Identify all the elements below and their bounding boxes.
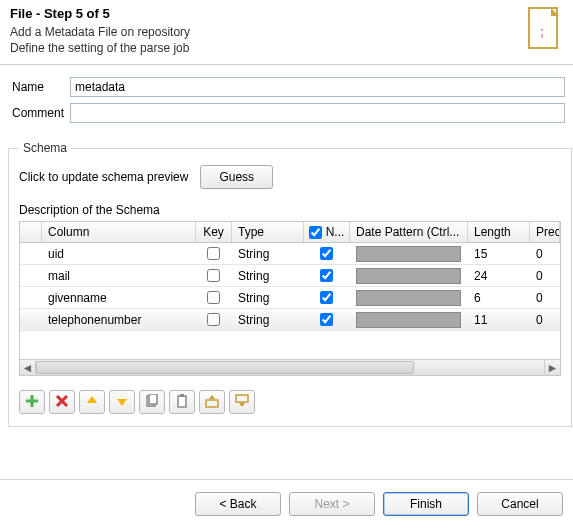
- grid-header: Column Key Type N... Date Pattern (Ctrl.…: [20, 222, 560, 243]
- add-icon: [25, 394, 39, 411]
- comment-input[interactable]: [70, 103, 565, 123]
- cell-precision[interactable]: 0: [530, 267, 560, 285]
- col-header-indent[interactable]: [20, 222, 42, 242]
- cell-length[interactable]: 6: [468, 289, 530, 307]
- col-header-length[interactable]: Length: [468, 222, 530, 242]
- cell-precision[interactable]: 0: [530, 311, 560, 329]
- row-indent: [20, 296, 42, 300]
- row-indent: [20, 318, 42, 322]
- cell-nullable[interactable]: [304, 245, 350, 262]
- add-button[interactable]: [19, 390, 45, 414]
- move-down-button[interactable]: [109, 390, 135, 414]
- col-header-column[interactable]: Column: [42, 222, 196, 242]
- nullable-checkbox[interactable]: [320, 313, 333, 326]
- key-checkbox[interactable]: [207, 291, 220, 304]
- cell-nullable[interactable]: [304, 311, 350, 328]
- wizard-header: File - Step 5 of 5 Add a Metadata File o…: [0, 0, 573, 65]
- cell-date-pattern[interactable]: [350, 244, 468, 264]
- nullable-header-checkbox[interactable]: [309, 226, 322, 239]
- paste-icon: [175, 394, 189, 411]
- table-row[interactable]: mailString240: [20, 265, 560, 287]
- paste-button[interactable]: [169, 390, 195, 414]
- wizard-window: File - Step 5 of 5 Add a Metadata File o…: [0, 0, 573, 530]
- cell-column[interactable]: telephonenumber: [42, 311, 196, 329]
- cell-column[interactable]: givenname: [42, 289, 196, 307]
- svg-marker-16: [239, 403, 245, 407]
- cell-key[interactable]: [196, 267, 232, 284]
- cell-date-pattern[interactable]: [350, 288, 468, 308]
- move-up-button[interactable]: [79, 390, 105, 414]
- move-down-icon: [115, 394, 129, 411]
- nullable-checkbox[interactable]: [320, 269, 333, 282]
- finish-button[interactable]: Finish: [383, 492, 469, 516]
- nullable-checkbox[interactable]: [320, 247, 333, 260]
- table-row[interactable]: telephonenumberString110: [20, 309, 560, 331]
- svg-rect-13: [206, 400, 218, 407]
- date-pattern-disabled: [356, 290, 461, 306]
- svg-marker-7: [87, 396, 97, 403]
- date-pattern-disabled: [356, 268, 461, 284]
- cell-nullable[interactable]: [304, 289, 350, 306]
- cell-type[interactable]: String: [232, 245, 304, 263]
- scroll-right-arrow[interactable]: ►: [544, 360, 560, 376]
- cell-date-pattern[interactable]: [350, 266, 468, 286]
- cell-type[interactable]: String: [232, 267, 304, 285]
- wizard-footer: < Back Next > Finish Cancel: [0, 479, 573, 530]
- nullable-header-label: N...: [326, 225, 345, 239]
- cell-length[interactable]: 24: [468, 267, 530, 285]
- cell-key[interactable]: [196, 289, 232, 306]
- schema-grid: Column Key Type N... Date Pattern (Ctrl.…: [19, 221, 561, 376]
- move-up-icon: [85, 394, 99, 411]
- schema-description-label: Description of the Schema: [19, 203, 561, 217]
- horizontal-scrollbar[interactable]: ◄ ►: [20, 359, 560, 375]
- comment-label: Comment: [12, 106, 70, 120]
- wizard-title: File - Step 5 of 5: [10, 6, 563, 21]
- col-header-nullable[interactable]: N...: [304, 222, 350, 242]
- delete-button[interactable]: [49, 390, 75, 414]
- svg-text:;: ;: [540, 25, 544, 39]
- import-button[interactable]: [199, 390, 225, 414]
- cell-length[interactable]: 11: [468, 311, 530, 329]
- svg-rect-10: [149, 394, 157, 404]
- guess-hint: Click to update schema preview: [19, 170, 188, 184]
- cell-column[interactable]: uid: [42, 245, 196, 263]
- name-label: Name: [12, 80, 70, 94]
- cell-column[interactable]: mail: [42, 267, 196, 285]
- cell-precision[interactable]: 0: [530, 245, 560, 263]
- form-area: Name Comment: [0, 65, 573, 137]
- cell-date-pattern[interactable]: [350, 310, 468, 330]
- cell-length[interactable]: 15: [468, 245, 530, 263]
- svg-rect-11: [178, 396, 186, 407]
- key-checkbox[interactable]: [207, 313, 220, 326]
- cell-type[interactable]: String: [232, 311, 304, 329]
- cell-key[interactable]: [196, 245, 232, 262]
- grid-body: uidString150mailString240givennameString…: [20, 243, 560, 331]
- cell-type[interactable]: String: [232, 289, 304, 307]
- scroll-thumb[interactable]: [36, 361, 414, 374]
- schema-group: Schema Click to update schema preview Gu…: [8, 141, 572, 427]
- col-header-type[interactable]: Type: [232, 222, 304, 242]
- col-header-precision[interactable]: Prec: [530, 222, 560, 242]
- cell-key[interactable]: [196, 311, 232, 328]
- table-row[interactable]: uidString150: [20, 243, 560, 265]
- row-indent: [20, 274, 42, 278]
- guess-button[interactable]: Guess: [200, 165, 273, 189]
- cancel-button[interactable]: Cancel: [477, 492, 563, 516]
- col-header-key[interactable]: Key: [196, 222, 232, 242]
- schema-legend: Schema: [19, 141, 71, 155]
- cell-nullable[interactable]: [304, 267, 350, 284]
- delete-icon: [55, 394, 69, 411]
- key-checkbox[interactable]: [207, 247, 220, 260]
- copy-icon: [145, 394, 159, 411]
- copy-button[interactable]: [139, 390, 165, 414]
- back-button[interactable]: < Back: [195, 492, 281, 516]
- export-button[interactable]: [229, 390, 255, 414]
- date-pattern-disabled: [356, 312, 461, 328]
- cell-precision[interactable]: 0: [530, 289, 560, 307]
- table-row[interactable]: givennameString60: [20, 287, 560, 309]
- nullable-checkbox[interactable]: [320, 291, 333, 304]
- name-input[interactable]: [70, 77, 565, 97]
- key-checkbox[interactable]: [207, 269, 220, 282]
- scroll-left-arrow[interactable]: ◄: [20, 360, 36, 376]
- col-header-date[interactable]: Date Pattern (Ctrl...: [350, 222, 468, 242]
